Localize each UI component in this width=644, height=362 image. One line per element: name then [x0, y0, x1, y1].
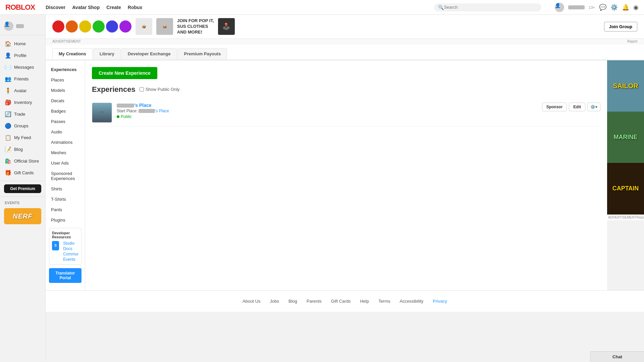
- join-group-button[interactable]: Join Group: [604, 22, 637, 32]
- create-sidebar-shirts[interactable]: Shirts: [46, 184, 85, 194]
- create-new-experience-button[interactable]: Create New Experience: [92, 67, 157, 79]
- sidebar-item-my-feed[interactable]: 📋 My Feed: [0, 132, 45, 143]
- search-bar[interactable]: 🔍: [434, 3, 541, 11]
- experience-name-prefix: username: [117, 104, 134, 108]
- right-ad-advertisement-label: ADVERTISEMENT: [608, 216, 637, 219]
- show-public-label[interactable]: Show Public Only: [140, 87, 180, 92]
- sidebar-item-official-store[interactable]: 🛍️ Official Store: [0, 155, 45, 167]
- notification-icon[interactable]: 🔔: [622, 4, 629, 11]
- ad-circle-blue: [106, 20, 118, 33]
- create-sidebar-meshes[interactable]: Meshes: [46, 147, 85, 158]
- captain-section: CAPTAIN: [607, 163, 644, 214]
- show-public-checkbox[interactable]: [140, 87, 144, 92]
- avatar[interactable]: 👤: [555, 3, 564, 12]
- sidebar-gift-cards-label: Gift Cards: [14, 170, 34, 175]
- create-sidebar-decals[interactable]: Decals: [46, 96, 85, 106]
- sidebar-inventory-label: Inventory: [14, 100, 32, 105]
- sidebar-blog-label: Blog: [14, 147, 23, 152]
- create-sidebar-passes[interactable]: Passes: [46, 116, 85, 127]
- nav-robux[interactable]: Robux: [128, 5, 143, 10]
- trade-icon: 🔄: [5, 111, 11, 117]
- search-input[interactable]: [444, 5, 537, 10]
- sponsor-button[interactable]: Sponsor: [542, 103, 567, 111]
- chat-bar[interactable]: Chat: [590, 351, 644, 362]
- sidebar-divider-2: [0, 196, 45, 197]
- experience-thumbnail: 🎮: [92, 103, 112, 123]
- settings-icon[interactable]: ⚙️: [610, 4, 618, 11]
- tab-premium-payouts[interactable]: Premium Payouts: [178, 48, 227, 60]
- sidebar-item-inventory[interactable]: 🎒 Inventory: [0, 97, 45, 108]
- dev-link-docs[interactable]: Docs: [63, 246, 78, 251]
- footer-terms[interactable]: Terms: [378, 299, 390, 304]
- create-sidebar-animations[interactable]: Animations: [46, 137, 85, 147]
- tabs-row: My Creations Library Developer Exchange …: [46, 44, 644, 60]
- events-banner[interactable]: NERF: [4, 208, 41, 224]
- create-sidebar-audio[interactable]: Audio: [46, 127, 85, 137]
- create-sidebar-sponsored-experiences[interactable]: Sponsored Experiences: [46, 168, 85, 184]
- tab-library[interactable]: Library: [93, 48, 121, 60]
- footer-parents[interactable]: Parents: [307, 299, 322, 304]
- ad-character: 🕹️: [218, 18, 235, 35]
- report-link[interactable]: Report: [627, 40, 637, 43]
- sidebar-profile-label: Profile: [14, 53, 26, 58]
- footer-blog[interactable]: Blog: [288, 299, 297, 304]
- sidebar-item-friends[interactable]: 👥 Friends: [0, 73, 45, 85]
- groups-icon: 🔵: [5, 123, 11, 129]
- dev-link-studio[interactable]: Studio: [63, 241, 78, 246]
- sidebar-item-avatar[interactable]: 🧍 Avatar: [0, 85, 45, 97]
- inventory-icon: 🎒: [5, 99, 11, 106]
- create-sidebar-pants[interactable]: Pants: [46, 204, 85, 215]
- sidebar-official-store-label: Official Store: [14, 159, 39, 164]
- nav-discover[interactable]: Discover: [46, 5, 65, 10]
- sidebar-item-groups[interactable]: 🔵 Groups: [0, 120, 45, 132]
- chat-icon[interactable]: 💬: [599, 4, 606, 11]
- right-ad-report-link[interactable]: Report: [637, 216, 644, 219]
- marine-text: MARINE: [614, 134, 638, 141]
- dev-link-events[interactable]: Events: [63, 257, 78, 262]
- get-premium-button[interactable]: Get Premium: [4, 184, 41, 193]
- edit-button[interactable]: Edit: [569, 103, 585, 111]
- sidebar-item-messages[interactable]: ✉️ Messages: [0, 61, 45, 73]
- nav-create[interactable]: Create: [106, 5, 121, 10]
- nav-avatar-shop[interactable]: Avatar Shop: [72, 5, 100, 10]
- create-sidebar-badges[interactable]: Badges: [46, 106, 85, 116]
- ad-circle-orange: [66, 20, 78, 33]
- create-sidebar-user-ads[interactable]: User Ads: [46, 158, 85, 168]
- translator-portal-button[interactable]: Translator Portal: [49, 268, 82, 283]
- start-place-link[interactable]: username's Place: [139, 109, 169, 113]
- sidebar-item-gift-cards[interactable]: 🎁 Gift Cards: [0, 167, 45, 179]
- roblox-logo[interactable]: ROBLOX: [5, 3, 35, 12]
- footer-privacy[interactable]: Privacy: [433, 299, 447, 304]
- footer-help[interactable]: Help: [360, 299, 369, 304]
- experience-name[interactable]: username's Place: [117, 103, 537, 108]
- create-sidebar-places[interactable]: Places: [46, 75, 85, 85]
- sidebar-item-profile[interactable]: 👤 Profile: [0, 50, 45, 61]
- sidebar-item-home[interactable]: 🏠 Home: [0, 38, 45, 50]
- robux-icon[interactable]: ◉: [633, 4, 639, 11]
- footer-jobs[interactable]: Jobs: [270, 299, 279, 304]
- create-sidebar-experiences[interactable]: Experiences: [46, 64, 85, 75]
- footer-accessibility[interactable]: Accessibility: [400, 299, 424, 304]
- footer-about-us[interactable]: About Us: [243, 299, 260, 304]
- gear-button[interactable]: ⚙️▾: [587, 103, 600, 111]
- sidebar-avatar-label: Avatar: [14, 88, 26, 93]
- friends-icon: 👥: [5, 76, 11, 82]
- create-sidebar-t-shirts[interactable]: T-Shirts: [46, 194, 85, 204]
- nav-right-section: 👤 username 13+ 💬 ⚙️ 🔔 ◉: [555, 3, 639, 12]
- right-ad-label-row: ADVERTISEMENT Report: [607, 215, 644, 220]
- sidebar-home-label: Home: [14, 41, 26, 46]
- sidebar-item-blog[interactable]: 📝 Blog: [0, 143, 45, 155]
- sailor-section: SAILOR: [607, 60, 644, 112]
- tab-my-creations[interactable]: My Creations: [52, 48, 93, 60]
- footer-gift-cards[interactable]: Gift Cards: [331, 299, 351, 304]
- tab-developer-exchange[interactable]: Developer Exchange: [121, 48, 177, 60]
- nav-username: username: [568, 5, 585, 9]
- advertisement-label: ADVERTISEMENT: [52, 40, 81, 43]
- sidebar-user[interactable]: 👤 user: [0, 19, 45, 35]
- sidebar-item-trade[interactable]: 🔄 Trade: [0, 108, 45, 120]
- dev-link-community[interactable]: Community: [63, 252, 78, 256]
- sailor-text: SAILOR: [613, 82, 638, 90]
- create-sidebar-models[interactable]: Models: [46, 85, 85, 96]
- ad-text: JOIN FOR POP IT, SUS CLOTHES AND MORE!: [177, 18, 214, 35]
- create-sidebar-plugins[interactable]: Plugins: [46, 215, 85, 225]
